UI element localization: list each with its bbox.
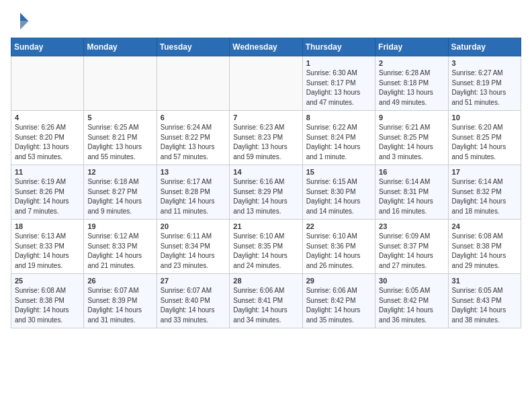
day-info: Sunrise: 6:21 AM Sunset: 8:25 PM Dayligh… (379, 123, 444, 162)
day-info: Sunrise: 6:15 AM Sunset: 8:30 PM Dayligh… (306, 177, 371, 216)
calendar-cell: 2Sunrise: 6:28 AM Sunset: 8:18 PM Daylig… (375, 56, 448, 111)
calendar-cell: 29Sunrise: 6:06 AM Sunset: 8:42 PM Dayli… (302, 274, 375, 328)
day-number: 17 (452, 168, 517, 176)
day-number: 16 (379, 168, 444, 176)
calendar-cell: 3Sunrise: 6:27 AM Sunset: 8:19 PM Daylig… (448, 56, 521, 111)
day-info: Sunrise: 6:10 AM Sunset: 8:36 PM Dayligh… (306, 232, 371, 271)
svg-marker-1 (20, 21, 28, 30)
calendar-cell: 6Sunrise: 6:24 AM Sunset: 8:22 PM Daylig… (157, 111, 229, 165)
calendar-week-row: 4Sunrise: 6:26 AM Sunset: 8:20 PM Daylig… (11, 111, 521, 165)
calendar-cell: 16Sunrise: 6:14 AM Sunset: 8:31 PM Dayli… (375, 165, 448, 220)
day-number: 22 (306, 222, 371, 230)
day-info: Sunrise: 6:10 AM Sunset: 8:35 PM Dayligh… (233, 232, 298, 271)
calendar-cell: 21Sunrise: 6:10 AM Sunset: 8:35 PM Dayli… (230, 220, 302, 274)
calendar-week-row: 18Sunrise: 6:13 AM Sunset: 8:33 PM Dayli… (11, 220, 521, 274)
calendar-cell: 10Sunrise: 6:20 AM Sunset: 8:25 PM Dayli… (448, 111, 521, 165)
logo (11, 11, 32, 30)
weekday-header: Wednesday (230, 38, 302, 56)
calendar-week-row: 25Sunrise: 6:08 AM Sunset: 8:38 PM Dayli… (11, 274, 521, 328)
calendar-cell: 18Sunrise: 6:13 AM Sunset: 8:33 PM Dayli… (11, 220, 84, 274)
day-info: Sunrise: 6:08 AM Sunset: 8:38 PM Dayligh… (15, 286, 80, 325)
calendar-header-row: SundayMondayTuesdayWednesdayThursdayFrid… (11, 38, 521, 56)
day-info: Sunrise: 6:23 AM Sunset: 8:23 PM Dayligh… (233, 123, 298, 162)
calendar-cell: 4Sunrise: 6:26 AM Sunset: 8:20 PM Daylig… (11, 111, 84, 165)
calendar-cell: 11Sunrise: 6:19 AM Sunset: 8:26 PM Dayli… (11, 165, 84, 220)
calendar-cell: 27Sunrise: 6:07 AM Sunset: 8:40 PM Dayli… (157, 274, 229, 328)
day-number: 25 (15, 277, 80, 285)
logo-icon (11, 11, 30, 30)
calendar-cell: 24Sunrise: 6:08 AM Sunset: 8:38 PM Dayli… (448, 220, 521, 274)
day-info: Sunrise: 6:27 AM Sunset: 8:19 PM Dayligh… (452, 68, 517, 107)
calendar-cell: 31Sunrise: 6:05 AM Sunset: 8:43 PM Dayli… (448, 274, 521, 328)
day-info: Sunrise: 6:06 AM Sunset: 8:42 PM Dayligh… (306, 286, 371, 325)
calendar-cell: 7Sunrise: 6:23 AM Sunset: 8:23 PM Daylig… (230, 111, 302, 165)
day-info: Sunrise: 6:12 AM Sunset: 8:33 PM Dayligh… (87, 232, 152, 271)
day-number: 2 (379, 59, 444, 67)
calendar-week-row: 11Sunrise: 6:19 AM Sunset: 8:26 PM Dayli… (11, 165, 521, 220)
calendar-cell: 15Sunrise: 6:15 AM Sunset: 8:30 PM Dayli… (302, 165, 375, 220)
day-info: Sunrise: 6:16 AM Sunset: 8:29 PM Dayligh… (233, 177, 298, 216)
calendar-cell: 28Sunrise: 6:06 AM Sunset: 8:41 PM Dayli… (230, 274, 302, 328)
day-number: 14 (233, 168, 298, 176)
day-info: Sunrise: 6:25 AM Sunset: 8:21 PM Dayligh… (87, 123, 152, 162)
day-info: Sunrise: 6:19 AM Sunset: 8:26 PM Dayligh… (15, 177, 80, 216)
calendar-cell (157, 56, 229, 111)
calendar-cell: 8Sunrise: 6:22 AM Sunset: 8:24 PM Daylig… (302, 111, 375, 165)
day-info: Sunrise: 6:07 AM Sunset: 8:39 PM Dayligh… (87, 286, 152, 325)
day-number: 28 (233, 277, 298, 285)
day-info: Sunrise: 6:22 AM Sunset: 8:24 PM Dayligh… (306, 123, 371, 162)
weekday-header: Thursday (302, 38, 375, 56)
day-info: Sunrise: 6:30 AM Sunset: 8:17 PM Dayligh… (306, 68, 371, 107)
day-number: 1 (306, 59, 371, 67)
calendar-cell: 30Sunrise: 6:05 AM Sunset: 8:42 PM Dayli… (375, 274, 448, 328)
calendar-cell (11, 56, 84, 111)
day-number: 8 (306, 113, 371, 122)
day-number: 24 (452, 222, 517, 230)
day-number: 27 (161, 277, 226, 285)
day-number: 31 (452, 277, 517, 285)
calendar-table: SundayMondayTuesdayWednesdayThursdayFrid… (11, 38, 521, 328)
day-info: Sunrise: 6:28 AM Sunset: 8:18 PM Dayligh… (379, 68, 444, 107)
calendar-week-row: 1Sunrise: 6:30 AM Sunset: 8:17 PM Daylig… (11, 56, 521, 111)
day-number: 9 (379, 113, 444, 122)
calendar-cell: 5Sunrise: 6:25 AM Sunset: 8:21 PM Daylig… (84, 111, 157, 165)
calendar-cell: 23Sunrise: 6:09 AM Sunset: 8:37 PM Dayli… (375, 220, 448, 274)
calendar-cell: 9Sunrise: 6:21 AM Sunset: 8:25 PM Daylig… (375, 111, 448, 165)
calendar-cell: 26Sunrise: 6:07 AM Sunset: 8:39 PM Dayli… (84, 274, 157, 328)
day-info: Sunrise: 6:06 AM Sunset: 8:41 PM Dayligh… (233, 286, 298, 325)
day-number: 3 (452, 59, 517, 67)
calendar-cell: 22Sunrise: 6:10 AM Sunset: 8:36 PM Dayli… (302, 220, 375, 274)
day-number: 21 (233, 222, 298, 230)
day-info: Sunrise: 6:20 AM Sunset: 8:25 PM Dayligh… (452, 123, 517, 162)
weekday-header: Tuesday (157, 38, 229, 56)
day-info: Sunrise: 6:24 AM Sunset: 8:22 PM Dayligh… (161, 123, 226, 162)
day-info: Sunrise: 6:11 AM Sunset: 8:34 PM Dayligh… (161, 232, 226, 271)
calendar-cell: 25Sunrise: 6:08 AM Sunset: 8:38 PM Dayli… (11, 274, 84, 328)
calendar-cell: 1Sunrise: 6:30 AM Sunset: 8:17 PM Daylig… (302, 56, 375, 111)
day-info: Sunrise: 6:14 AM Sunset: 8:32 PM Dayligh… (452, 177, 517, 216)
day-info: Sunrise: 6:14 AM Sunset: 8:31 PM Dayligh… (379, 177, 444, 216)
day-info: Sunrise: 6:08 AM Sunset: 8:38 PM Dayligh… (452, 232, 517, 271)
calendar-cell: 19Sunrise: 6:12 AM Sunset: 8:33 PM Dayli… (84, 220, 157, 274)
day-number: 15 (306, 168, 371, 176)
day-info: Sunrise: 6:05 AM Sunset: 8:42 PM Dayligh… (379, 286, 444, 325)
calendar-cell: 17Sunrise: 6:14 AM Sunset: 8:32 PM Dayli… (448, 165, 521, 220)
day-number: 29 (306, 277, 371, 285)
page-header (11, 11, 521, 30)
day-number: 5 (87, 113, 152, 122)
weekday-header: Monday (84, 38, 157, 56)
day-number: 10 (452, 113, 517, 122)
weekday-header: Friday (375, 38, 448, 56)
day-number: 30 (379, 277, 444, 285)
day-info: Sunrise: 6:07 AM Sunset: 8:40 PM Dayligh… (161, 286, 226, 325)
day-number: 6 (161, 113, 226, 122)
calendar-cell: 13Sunrise: 6:17 AM Sunset: 8:28 PM Dayli… (157, 165, 229, 220)
calendar-cell (230, 56, 302, 111)
day-number: 20 (161, 222, 226, 230)
day-number: 26 (87, 277, 152, 285)
day-info: Sunrise: 6:09 AM Sunset: 8:37 PM Dayligh… (379, 232, 444, 271)
day-info: Sunrise: 6:26 AM Sunset: 8:20 PM Dayligh… (15, 123, 80, 162)
day-number: 12 (87, 168, 152, 176)
day-info: Sunrise: 6:17 AM Sunset: 8:28 PM Dayligh… (161, 177, 226, 216)
day-info: Sunrise: 6:05 AM Sunset: 8:43 PM Dayligh… (452, 286, 517, 325)
